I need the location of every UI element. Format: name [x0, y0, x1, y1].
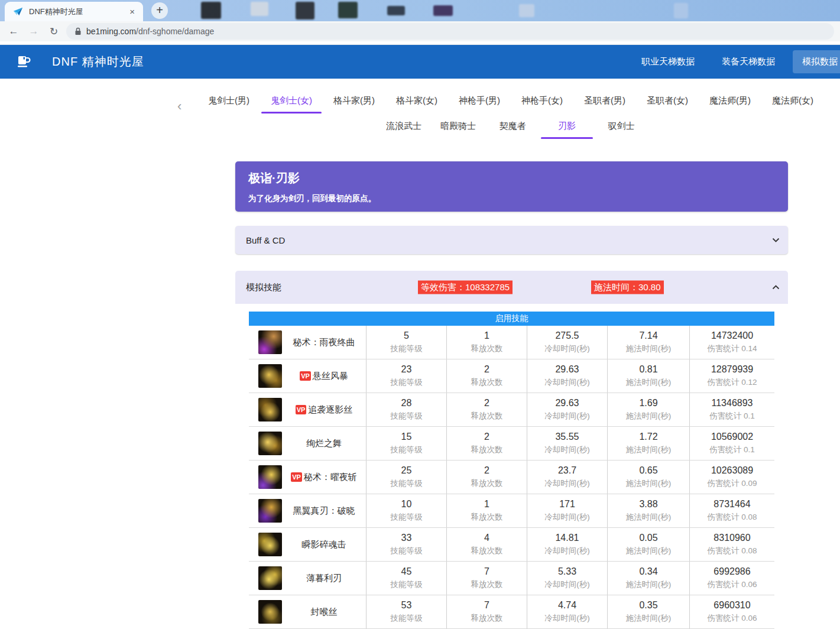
skill-name: 瞬影碎魂击	[302, 539, 346, 550]
class-tab[interactable]: 神枪手(女)	[511, 90, 573, 116]
lock-icon	[74, 27, 82, 35]
cast-count-cell: 2释放次数	[446, 427, 527, 460]
damage-cell: 11346893伤害统计 0.1	[689, 393, 774, 426]
equivalent-damage-badge: 等效伤害：108332785	[418, 281, 513, 294]
cast-time-cell: 7.14施法时间(秒)	[607, 326, 689, 359]
damage-cell: 14732400伤害统计 0.14	[689, 326, 774, 359]
tabs-back-chevron-icon[interactable]: ‹	[177, 100, 181, 113]
skill-icon	[258, 398, 282, 422]
cast-time-cell: 1.72施法时间(秒)	[607, 427, 689, 460]
skill-level-cell: 5技能等级	[366, 326, 446, 359]
skill-icon	[258, 499, 282, 523]
cooldown-cell: 35.55冷却时间(秒)	[527, 427, 607, 460]
skill-table: 秘术：雨夜终曲 5技能等级 1释放次数 275.5冷却时间(秒) 7.14施法时…	[249, 326, 774, 629]
skill-level-cell: 25技能等级	[366, 461, 446, 494]
sim-skills-panel: 模拟技能 等效伤害：108332785 施法时间：30.80 启用技能 秘术：雨…	[235, 271, 788, 629]
skill-name: 追袭逐影丝	[308, 404, 352, 416]
url-domain: be1ming.com	[86, 27, 136, 36]
browser-tab-strip: DNF精神时光屋 × +	[0, 0, 840, 21]
skill-icon	[258, 600, 282, 624]
desktop-icon	[674, 3, 688, 18]
sim-panel-header[interactable]: 模拟技能 等效伤害：108332785 施法时间：30.80	[235, 271, 788, 304]
damage-cell: 8310960伤害统计 0.08	[689, 528, 774, 561]
cast-count-cell: 2释放次数	[446, 359, 527, 393]
skill-name-cell: 瞬影碎魂击	[249, 528, 366, 561]
buff-cd-panel-header[interactable]: Buff & CD	[235, 226, 788, 254]
address-bar[interactable]: be1ming.com/dnf-sghome/damage	[66, 23, 834, 40]
skill-row: 薄暮利刃 45技能等级 7释放次数 5.33冷却时间(秒) 0.34施法时间(秒…	[249, 562, 774, 595]
skill-level-cell: 23技能等级	[366, 359, 446, 393]
app-nav-item[interactable]: 模拟数据	[793, 50, 840, 73]
cooldown-cell: 29.63冷却时间(秒)	[527, 393, 607, 426]
cooldown-cell: 23.7冷却时间(秒)	[527, 461, 607, 494]
app-nav-item[interactable]: 装备天梯数据	[712, 50, 784, 73]
class-tab[interactable]: 圣职者(女)	[636, 90, 699, 116]
subclass-tab[interactable]: 暗殿骑士	[431, 116, 485, 141]
back-icon[interactable]: ←	[6, 25, 21, 37]
app-title: DNF 精神时光屋	[52, 54, 144, 70]
skill-level-cell: 10技能等级	[366, 494, 446, 527]
url-path: /dnf-sghome/damage	[136, 27, 214, 36]
class-banner: 极诣·刃影 为了化身为剑刃，回到最初的原点。	[235, 161, 788, 212]
app-nav: 职业天梯数据装备天梯数据模拟数据	[632, 45, 840, 79]
skill-level-cell: 53技能等级	[366, 595, 446, 628]
sim-panel-body: 启用技能 秘术：雨夜终曲 5技能等级 1释放次数 275.5冷却时间(秒) 7.…	[235, 304, 788, 629]
class-tab[interactable]: 格斗家(男)	[323, 90, 385, 116]
class-tab[interactable]: 鬼剑士(女)	[260, 90, 323, 116]
class-tab[interactable]: 圣职者(男)	[573, 90, 636, 116]
forward-icon[interactable]: →	[26, 25, 41, 37]
cooldown-cell: 171冷却时间(秒)	[527, 494, 607, 527]
app-nav-item[interactable]: 职业天梯数据	[632, 50, 704, 73]
cast-count-cell: 1释放次数	[446, 326, 527, 359]
skill-row: VP 追袭逐影丝 28技能等级 2释放次数 29.63冷却时间(秒) 1.69施…	[249, 393, 774, 427]
subclass-tab[interactable]: 契魔者	[485, 116, 540, 141]
banner-subtitle: 为了化身为剑刃，回到最初的原点。	[248, 193, 775, 204]
skill-icon	[258, 364, 282, 388]
cast-count-cell: 1释放次数	[446, 494, 527, 527]
site-favicon	[13, 7, 23, 17]
skill-row: 绚烂之舞 15技能等级 2释放次数 35.55冷却时间(秒) 1.72施法时间(…	[249, 427, 774, 461]
vp-badge: VP	[296, 405, 307, 414]
skill-name: 黑翼真刃：破晓	[293, 505, 355, 517]
browser-tab[interactable]: DNF精神时光屋 ×	[5, 2, 143, 21]
cast-time-cell: 3.88施法时间(秒)	[607, 494, 689, 527]
skill-row: VP 秘术：曜夜斩 25技能等级 2释放次数 23.7冷却时间(秒) 0.65施…	[249, 461, 774, 494]
subclass-tab[interactable]: 刃影	[540, 116, 594, 141]
skill-name-cell: VP 悬丝风暴	[249, 359, 366, 393]
cast-count-cell: 2释放次数	[446, 393, 527, 426]
class-tabs-area: ‹ 鬼剑士(男)鬼剑士(女)格斗家(男)格斗家(女)神枪手(男)神枪手(女)圣职…	[0, 79, 840, 141]
class-tab[interactable]: 神枪手(男)	[448, 90, 511, 116]
tab-close-icon[interactable]: ×	[127, 6, 137, 17]
skill-row: 封喉丝 53技能等级 7释放次数 4.74冷却时间(秒) 0.35施法时间(秒)…	[249, 595, 774, 629]
cast-time-cell: 0.81施法时间(秒)	[607, 359, 689, 393]
skill-name: 绚烂之舞	[306, 438, 342, 449]
chevron-up-icon	[772, 285, 780, 290]
vp-badge: VP	[291, 472, 302, 482]
skill-name: 封喉丝	[311, 607, 338, 618]
cooldown-cell: 29.63冷却时间(秒)	[527, 359, 607, 393]
class-tab[interactable]: 魔法师(男)	[699, 90, 761, 116]
chevron-down-icon	[772, 238, 780, 243]
cast-count-cell: 7释放次数	[446, 562, 527, 595]
class-tab[interactable]: 魔法师(女)	[761, 90, 824, 116]
class-tab[interactable]: 格斗家(女)	[385, 90, 448, 116]
subclass-tab[interactable]: 流浪武士	[377, 116, 431, 141]
desktop-icon	[296, 2, 314, 20]
class-tab[interactable]: 鬼剑士(男)	[197, 90, 260, 116]
coffee-mug-logo-icon	[17, 54, 32, 70]
subclass-tab[interactable]: 驭剑士	[594, 116, 648, 141]
skill-name-cell: VP 秘术：曜夜斩	[249, 461, 366, 494]
new-tab-button[interactable]: +	[151, 2, 168, 19]
cooldown-cell: 5.33冷却时间(秒)	[527, 562, 607, 595]
cast-time-cell: 1.69施法时间(秒)	[607, 393, 689, 426]
cast-time-cell: 0.35施法时间(秒)	[607, 595, 689, 628]
cast-time-cell: 0.05施法时间(秒)	[607, 528, 689, 561]
skill-name-cell: 黑翼真刃：破晓	[249, 494, 366, 527]
app-header: DNF 精神时光屋 职业天梯数据装备天梯数据模拟数据	[0, 45, 840, 79]
skill-name-cell: VP 追袭逐影丝	[249, 393, 366, 426]
skill-icon	[258, 432, 282, 455]
skill-name: 薄暮利刃	[306, 573, 342, 584]
reload-icon[interactable]: ↻	[46, 25, 61, 38]
buff-panel-title: Buff & CD	[246, 235, 285, 245]
skill-name: 秘术：雨夜终曲	[293, 337, 355, 348]
